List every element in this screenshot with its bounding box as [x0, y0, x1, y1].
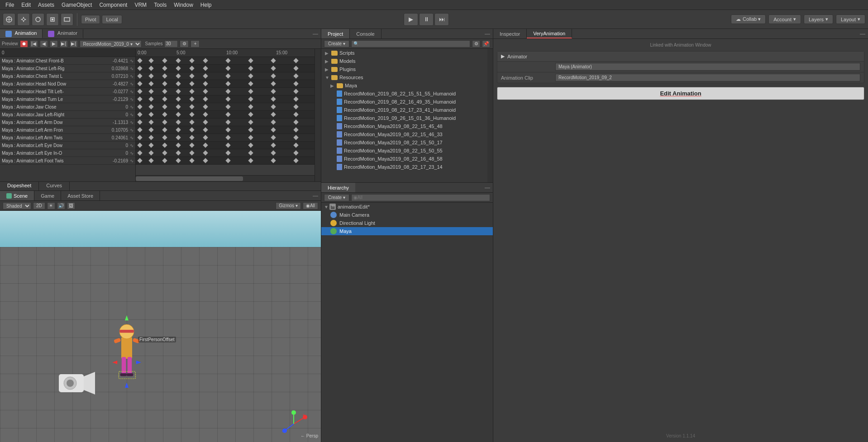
layers-button[interactable]: Layers ▾	[804, 14, 833, 24]
next-key-btn[interactable]: ▶|	[60, 40, 68, 48]
keyframe-10-120[interactable]	[189, 135, 194, 140]
keyframe-8-150[interactable]	[203, 119, 208, 124]
tab-inspector[interactable]: Inspector	[493, 29, 527, 38]
keyframe-8-60[interactable]	[162, 119, 167, 124]
prev-frame-btn[interactable]: |◀	[30, 40, 38, 48]
tree-item-10[interactable]: RecordMotion_Maya2019_08_22_15_46_33	[321, 130, 487, 138]
keyframe-10-5[interactable]	[137, 135, 142, 140]
track-label-10[interactable]: Maya : Animator.Left Arm Twis 0.24061 ∿	[0, 134, 135, 142]
keyframe-11-120[interactable]	[189, 143, 194, 147]
keyframe-8-350[interactable]	[293, 119, 298, 124]
keyframe-8-250[interactable]	[248, 119, 253, 124]
keyframe-2-150[interactable]	[203, 73, 208, 78]
track-label-5[interactable]: Maya : Animator.Head Turn Le -0.2129 ∿	[0, 95, 135, 103]
track-label-9[interactable]: Maya : Animator.Left Arm Fron 0.10705 ∿	[0, 126, 135, 134]
gizmos-btn[interactable]: Gizmos ▾	[276, 202, 301, 209]
keyframe-10-250[interactable]	[248, 135, 253, 140]
track-label-6[interactable]: Maya : Animator.Jaw Close 0 ∿	[0, 103, 135, 111]
keyframe-10-60[interactable]	[162, 135, 167, 140]
menu-file[interactable]: File	[2, 1, 18, 9]
keyframe-0-200[interactable]	[225, 58, 230, 63]
keyframe-2-120[interactable]	[189, 73, 194, 78]
keyframe-0-350[interactable]	[293, 58, 298, 63]
tab-animation[interactable]: Animation	[0, 29, 43, 38]
prev-key-btn[interactable]: ◀	[40, 40, 48, 48]
keyframe-12-350[interactable]	[293, 150, 298, 155]
keyframe-10-200[interactable]	[225, 135, 230, 140]
keyframe-11-150[interactable]	[203, 143, 208, 147]
keyframe-12-300[interactable]	[271, 150, 276, 155]
keyframe-6-60[interactable]	[162, 104, 167, 109]
keyframe-0-120[interactable]	[189, 58, 194, 63]
keyframe-6-300[interactable]	[271, 104, 276, 109]
keyframe-3-200[interactable]	[225, 81, 230, 86]
keyframe-0-5[interactable]	[137, 58, 142, 63]
keyframe-5-120[interactable]	[189, 96, 194, 101]
keyframe-13-120[interactable]	[189, 158, 194, 163]
keyframe-4-5[interactable]	[137, 89, 142, 94]
animator-section-header[interactable]: ▶ Animator	[497, 52, 864, 62]
project-settings-btn[interactable]: ⚙	[472, 40, 480, 48]
track-label-8[interactable]: Maya : Animator.Left Arm Dow -1.1313 ∿	[0, 119, 135, 126]
timeline-row-3[interactable]	[136, 80, 315, 88]
keyframe-6-250[interactable]	[248, 104, 253, 109]
timeline-row-5[interactable]	[136, 95, 315, 103]
keyframe-4-250[interactable]	[248, 89, 253, 94]
keyframe-2-60[interactable]	[162, 73, 167, 78]
keyframe-4-90[interactable]	[176, 89, 181, 94]
hierarchy-item-0[interactable]: Main Camera	[321, 211, 493, 219]
tab-very-animation[interactable]: VeryAnimation	[527, 29, 572, 38]
lighting-btn[interactable]: ☀	[47, 202, 55, 209]
keyframe-13-150[interactable]	[203, 158, 208, 163]
timeline-row-1[interactable]	[136, 65, 315, 72]
timeline-row-10[interactable]	[136, 134, 315, 142]
keyframe-5-250[interactable]	[248, 96, 253, 101]
timeline-row-13[interactable]	[136, 157, 315, 165]
play-anim-btn[interactable]: ▶	[50, 40, 58, 48]
keyframe-11-30[interactable]	[148, 143, 153, 147]
keyframe-6-30[interactable]	[148, 104, 153, 109]
keyframe-7-300[interactable]	[271, 112, 276, 117]
keyframe-13-90[interactable]	[176, 158, 181, 163]
keyframe-0-250[interactable]	[248, 58, 253, 63]
tab-asset-store[interactable]: Asset Store	[61, 191, 100, 200]
timeline-scrollbar-v[interactable]	[315, 49, 321, 181]
menu-edit[interactable]: Edit	[18, 1, 34, 9]
tree-item-5[interactable]: RecordMotion_2019_08_22_15_51_55_Humanoi…	[321, 90, 487, 98]
hierarchy-scene-root[interactable]: ▼ 🎬 animationEdit*	[321, 203, 493, 211]
project-pin-btn[interactable]: 📌	[482, 40, 490, 48]
keyframe-4-150[interactable]	[203, 89, 208, 94]
keyframe-0-30[interactable]	[148, 58, 153, 63]
keyframe-8-90[interactable]	[176, 119, 181, 124]
tab-project[interactable]: Project	[321, 29, 350, 38]
keyframe-8-5[interactable]	[137, 119, 142, 124]
keyframe-11-300[interactable]	[271, 143, 276, 147]
keyframe-9-5[interactable]	[137, 127, 142, 132]
hand-tool-btn[interactable]	[3, 13, 15, 26]
timeline-row-4[interactable]	[136, 88, 315, 95]
project-search[interactable]	[351, 40, 470, 48]
keyframe-5-350[interactable]	[293, 96, 298, 101]
shading-select[interactable]: Shaded	[3, 202, 31, 209]
create-btn[interactable]: Create ▾	[324, 40, 349, 48]
keyframe-10-150[interactable]	[203, 135, 208, 140]
keyframe-13-5[interactable]	[137, 158, 142, 163]
keyframe-6-150[interactable]	[203, 104, 208, 109]
hierarchy-panel-collapse[interactable]: —	[482, 185, 493, 191]
keyframe-1-120[interactable]	[189, 66, 194, 71]
keyframe-9-300[interactable]	[271, 127, 276, 132]
keyframe-9-60[interactable]	[162, 127, 167, 132]
pause-button[interactable]: ⏸	[419, 13, 434, 26]
timeline-row-7[interactable]	[136, 111, 315, 119]
keyframe-3-250[interactable]	[248, 81, 253, 86]
timeline-scrollbar-h[interactable]	[136, 175, 315, 181]
keyframe-6-350[interactable]	[293, 104, 298, 109]
hierarchy-item-1[interactable]: Directional Light	[321, 219, 493, 227]
keyframe-2-200[interactable]	[225, 73, 230, 78]
keyframe-3-120[interactable]	[189, 81, 194, 86]
keyframe-11-60[interactable]	[162, 143, 167, 147]
hierarchy-create-btn[interactable]: Create ▾	[324, 194, 349, 201]
keyframe-3-90[interactable]	[176, 81, 181, 86]
keyframe-11-350[interactable]	[293, 143, 298, 147]
tree-item-4[interactable]: ▶Maya	[321, 81, 487, 90]
